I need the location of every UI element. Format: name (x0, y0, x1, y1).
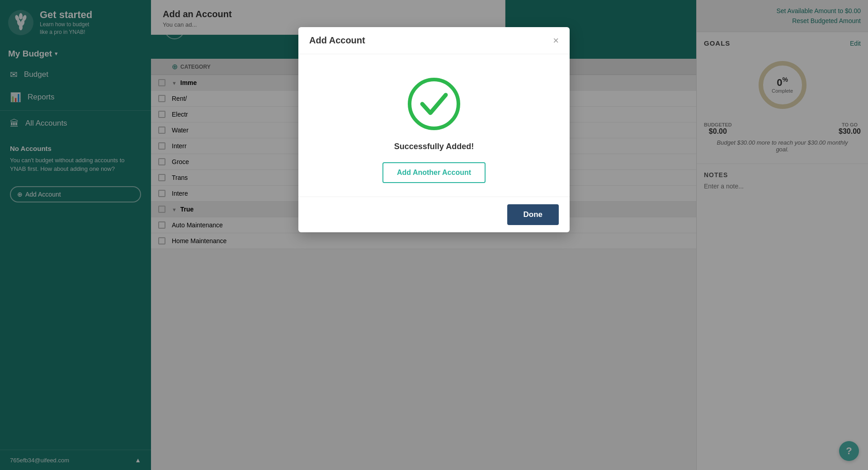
modal-header: Add Account × (298, 27, 570, 54)
modal-overlay: Add Account × Successfully Added! Add An… (0, 0, 868, 470)
modal-body: Successfully Added! Add Another Account (298, 54, 570, 197)
svg-point-8 (410, 80, 458, 128)
success-text: Successfully Added! (394, 142, 474, 151)
add-account-modal: Add Account × Successfully Added! Add An… (298, 27, 570, 232)
done-button[interactable]: Done (507, 204, 559, 225)
modal-footer: Done (298, 197, 570, 232)
add-another-account-button[interactable]: Add Another Account (382, 162, 486, 183)
success-icon (407, 77, 461, 131)
modal-title: Add Account (309, 35, 365, 46)
modal-close-button[interactable]: × (553, 36, 559, 46)
